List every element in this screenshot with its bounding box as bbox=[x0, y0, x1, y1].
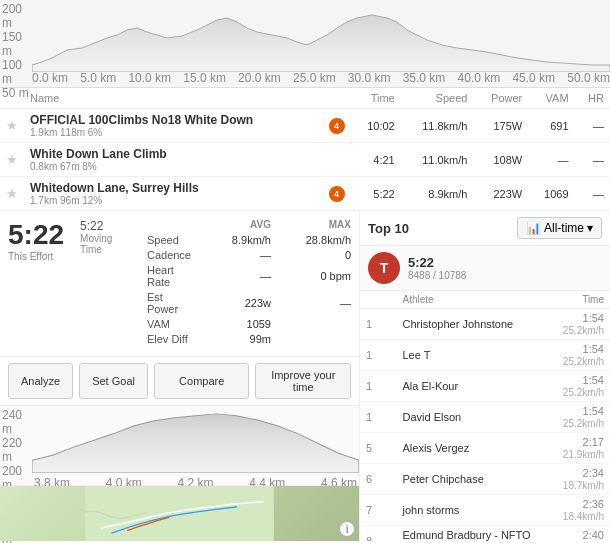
star-icon[interactable]: ★ bbox=[6, 118, 18, 133]
star-cell[interactable]: ★ bbox=[0, 143, 24, 177]
segment-row: ★ White Down Lane Climb 0.8km 67m 8% 4:2… bbox=[0, 143, 610, 177]
stat-row: Est Power 223w — bbox=[147, 291, 351, 315]
leaderboard: Athlete Time 1 Christopher Johnstone 1:5… bbox=[360, 291, 610, 541]
row-athlete: john storms bbox=[396, 495, 542, 526]
leaderboard-row: 1 Christopher Johnstone 1:54 25.2km/h bbox=[360, 309, 610, 340]
stat-row: Cadence — 0 bbox=[147, 249, 351, 261]
row-athlete: Peter Chipchase bbox=[396, 464, 542, 495]
improve-button[interactable]: Improve your time bbox=[255, 363, 351, 399]
star-cell[interactable]: ★ bbox=[0, 177, 24, 211]
your-pr-row: T 5:22 8488 / 10788 bbox=[360, 246, 610, 291]
row-athlete: Christopher Johnstone bbox=[396, 309, 542, 340]
analyze-button[interactable]: Analyze bbox=[8, 363, 73, 399]
row-time-speed: 1:54 25.2km/h bbox=[542, 309, 610, 340]
col-hr: HR bbox=[575, 88, 610, 109]
col-time: Time bbox=[542, 291, 610, 309]
row-rank: 1 bbox=[360, 402, 396, 433]
segment-name: Whitedown Lane, Surrey Hills bbox=[30, 181, 317, 195]
moving-time-label: Moving Time bbox=[80, 233, 131, 255]
stat-row: Elev Diff 99m bbox=[147, 333, 351, 345]
elevation-svg bbox=[32, 0, 610, 72]
filter-button[interactable]: 📊 All-time ▾ bbox=[517, 217, 602, 239]
leaderboard-row: 8 Edmund Bradbury - NFTO Pro Cycling 2:4… bbox=[360, 526, 610, 542]
trophy-cell: 4 bbox=[323, 177, 351, 211]
leaderboard-row: 1 David Elson 1:54 25.2km/h bbox=[360, 402, 610, 433]
segment-row: ★ OFFICIAL 100Climbs No18 White Down 1.9… bbox=[0, 109, 610, 143]
avg-header: AVG bbox=[191, 219, 271, 230]
stat-avg: 99m bbox=[191, 333, 271, 345]
row-athlete: Edmund Bradbury - NFTO Pro Cycling bbox=[396, 526, 542, 542]
left-panel: 5:22 This Effort 5:22 Moving Time AVG MA… bbox=[0, 211, 360, 541]
leaderboard-row: 7 john storms 2:36 18.4km/h bbox=[360, 495, 610, 526]
seg-power: 223W bbox=[473, 177, 528, 211]
stat-avg: 1059 bbox=[191, 318, 271, 330]
seg-speed: 11.8km/h bbox=[401, 109, 474, 143]
set-goal-button[interactable]: Set Goal bbox=[79, 363, 148, 399]
avg-max-table: AVG MAX Speed 8.9km/h 28.8km/h Cadence —… bbox=[147, 219, 351, 348]
stat-label: Cadence bbox=[147, 249, 191, 261]
col-rank bbox=[360, 291, 396, 309]
segment-name-cell: OFFICIAL 100Climbs No18 White Down 1.9km… bbox=[24, 109, 323, 143]
col-vam: VAM bbox=[528, 88, 574, 109]
mini-chart-svg bbox=[32, 406, 359, 473]
segment-name-cell: White Down Lane Climb 0.8km 67m 8% bbox=[24, 143, 323, 177]
compare-button[interactable]: Compare bbox=[154, 363, 250, 399]
row-rank: 1 bbox=[360, 371, 396, 402]
seg-hr: — bbox=[575, 109, 610, 143]
segment-sub: 0.8km 67m 8% bbox=[30, 161, 317, 172]
seg-power: 108W bbox=[473, 143, 528, 177]
row-time-speed: 2:36 18.4km/h bbox=[542, 495, 610, 526]
effort-big-time: 5:22 bbox=[8, 219, 64, 251]
top10-title: Top 10 bbox=[368, 221, 409, 236]
stat-max: 0 bpm bbox=[271, 270, 351, 282]
chevron-down-icon: ▾ bbox=[587, 221, 593, 235]
seg-hr: — bbox=[575, 143, 610, 177]
seg-vam: 691 bbox=[528, 109, 574, 143]
stat-label: Elev Diff bbox=[147, 333, 191, 345]
map-area[interactable]: i bbox=[0, 486, 359, 541]
row-athlete: David Elson bbox=[396, 402, 542, 433]
segment-name: OFFICIAL 100Climbs No18 White Down bbox=[30, 113, 317, 127]
star-icon[interactable]: ★ bbox=[6, 152, 18, 167]
row-time-speed: 1:54 25.2km/h bbox=[542, 340, 610, 371]
segment-row: ★ Whitedown Lane, Surrey Hills 1.7km 96m… bbox=[0, 177, 610, 211]
pr-time: 5:22 bbox=[408, 255, 466, 270]
leaderboard-row: 5 Alexis Vergez 2:17 21.9km/h bbox=[360, 433, 610, 464]
seg-hr: — bbox=[575, 177, 610, 211]
seg-time: 10:02 bbox=[351, 109, 401, 143]
top10-header: Top 10 📊 All-time ▾ bbox=[360, 211, 610, 246]
segment-name: White Down Lane Climb bbox=[30, 147, 317, 161]
stat-avg: 223w bbox=[191, 297, 271, 309]
bottom-section: 5:22 This Effort 5:22 Moving Time AVG MA… bbox=[0, 211, 610, 541]
seg-vam: — bbox=[528, 143, 574, 177]
y-axis-labels: 200 m 150 m 100 m 50 m bbox=[0, 0, 32, 87]
effort-label: This Effort bbox=[8, 251, 64, 262]
seg-vam: 1069 bbox=[528, 177, 574, 211]
right-panel[interactable]: Top 10 📊 All-time ▾ T 5:22 8488 / 10788 … bbox=[360, 211, 610, 541]
seg-time: 5:22 bbox=[351, 177, 401, 211]
stat-label: Speed bbox=[147, 234, 191, 246]
row-athlete: Ala El-Kour bbox=[396, 371, 542, 402]
stat-label: VAM bbox=[147, 318, 191, 330]
trophy-badge: 4 bbox=[329, 186, 345, 202]
star-icon[interactable]: ★ bbox=[6, 186, 18, 201]
stat-max: — bbox=[271, 297, 351, 309]
segments-table: Name Time Speed Power VAM HR ★ OFFICIAL … bbox=[0, 88, 610, 211]
row-rank: 6 bbox=[360, 464, 396, 495]
star-cell[interactable]: ★ bbox=[0, 109, 24, 143]
pr-rank: 8488 / 10788 bbox=[408, 270, 466, 281]
row-rank: 5 bbox=[360, 433, 396, 464]
segment-sub: 1.7km 96m 12% bbox=[30, 195, 317, 206]
stat-avg: 8.9km/h bbox=[191, 234, 271, 246]
stat-row: Speed 8.9km/h 28.8km/h bbox=[147, 234, 351, 246]
x-axis-labels: 0.0 km 5.0 km 10.0 km 15.0 km 20.0 km 25… bbox=[32, 71, 610, 85]
map-placeholder: i bbox=[0, 486, 359, 541]
action-buttons: Analyze Set Goal Compare Improve your ti… bbox=[0, 357, 359, 406]
seg-speed: 11.0km/h bbox=[401, 143, 474, 177]
mini-elevation-chart: 240 m 220 m 200 m 180 m 160 m 140 m 120 … bbox=[0, 406, 359, 486]
row-time-speed: 2:34 18.7km/h bbox=[542, 464, 610, 495]
seg-power: 175W bbox=[473, 109, 528, 143]
map-info-button[interactable]: i bbox=[339, 521, 355, 537]
leaderboard-row: 6 Peter Chipchase 2:34 18.7km/h bbox=[360, 464, 610, 495]
segment-sub: 1.9km 118m 6% bbox=[30, 127, 317, 138]
